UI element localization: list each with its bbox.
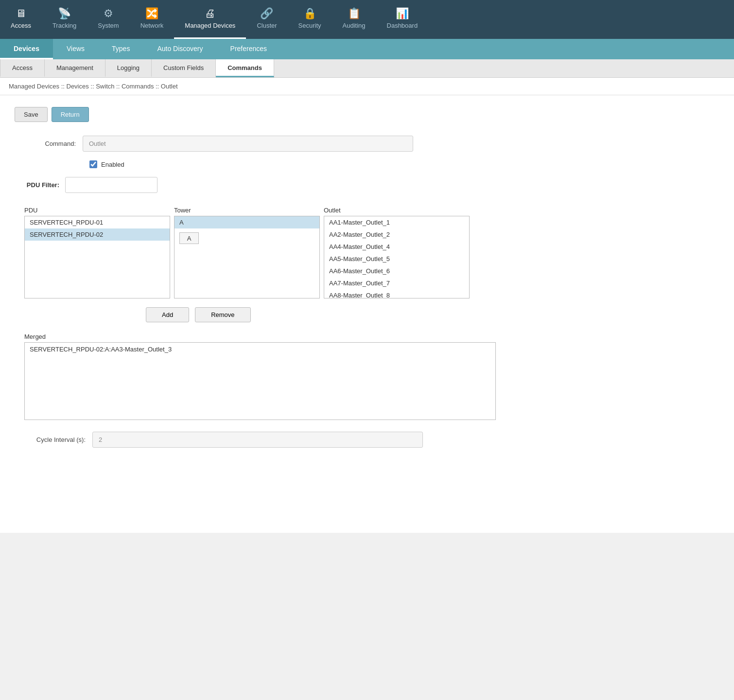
nav-system[interactable]: ⚙ System [87, 0, 129, 39]
command-input[interactable] [83, 136, 413, 152]
nav-dashboard[interactable]: 📊 Dashboard [376, 0, 429, 39]
third-nav-logging[interactable]: Logging [105, 59, 152, 77]
third-nav-commands[interactable]: Commands [216, 59, 274, 77]
merged-box[interactable]: SERVERTECH_RPDU-02:A:AA3-Master_Outlet_3 [24, 342, 496, 420]
list-item[interactable]: SERVERTECH_RPDU-01 [25, 216, 170, 228]
nav-tracking[interactable]: 📡 Tracking [42, 0, 87, 39]
breadcrumb: Managed Devices :: Devices :: Switch :: … [0, 78, 734, 95]
third-nav-access[interactable]: Access [0, 59, 45, 77]
tower-list[interactable]: A A [174, 216, 320, 298]
nav-system-label: System [98, 22, 119, 29]
nav-managed-devices-label: Managed Devices [185, 22, 235, 29]
nav-managed-devices[interactable]: 🖨 Managed Devices [174, 0, 246, 39]
nav-network-label: Network [140, 22, 164, 29]
nav-dashboard-label: Dashboard [387, 22, 418, 29]
list-item[interactable]: AA6-Master_Outlet_6 [324, 265, 469, 277]
merged-label: Merged [24, 333, 719, 340]
list-item[interactable]: AA5-Master_Outlet_5 [324, 253, 469, 265]
command-label: Command: [15, 140, 83, 147]
nav-auditing-label: Auditing [343, 22, 366, 29]
list-item[interactable]: AA1-Master_Outlet_1 [324, 216, 469, 228]
cycle-interval-row: Cycle Interval (s): [24, 432, 719, 448]
pdu-filter-label: PDU Filter: [17, 181, 65, 189]
second-nav-types[interactable]: Types [98, 39, 143, 59]
nav-cluster-label: Cluster [257, 22, 277, 29]
cycle-interval-label: Cycle Interval (s): [24, 436, 92, 443]
pdu-column-label: PDU [24, 207, 170, 214]
enabled-row: Enabled [89, 160, 719, 168]
second-nav-devices[interactable]: Devices [0, 39, 53, 59]
nav-auditing[interactable]: 📋 Auditing [332, 0, 376, 39]
top-navigation: 🖥 Access 📡 Tracking ⚙ System 🔀 Network 🖨… [0, 0, 734, 39]
merged-value: SERVERTECH_RPDU-02:A:AA3-Master_Outlet_3 [30, 346, 490, 353]
outlet-column-label: Outlet [324, 207, 470, 214]
tower-column-label: Tower [174, 207, 320, 214]
save-button[interactable]: Save [15, 107, 48, 122]
list-item[interactable]: AA8-Master_Outlet_8 [324, 289, 469, 298]
system-icon: ⚙ [104, 8, 113, 19]
managed-devices-icon: 🖨 [205, 8, 215, 19]
nav-security[interactable]: 🔒 Security [288, 0, 332, 39]
enabled-checkbox[interactable] [89, 160, 97, 168]
add-button[interactable]: Add [146, 307, 189, 322]
enabled-label: Enabled [101, 161, 124, 168]
lists-section: PDU SERVERTECH_RPDU-01 SERVERTECH_RPDU-0… [24, 207, 719, 298]
main-content: Save Return Command: Enabled PDU Filter:… [0, 95, 734, 533]
return-button[interactable]: Return [52, 107, 89, 122]
pdu-list[interactable]: SERVERTECH_RPDU-01 SERVERTECH_RPDU-02 [24, 216, 170, 298]
list-item[interactable]: AA2-Master_Outlet_2 [324, 228, 469, 241]
nav-security-label: Security [298, 22, 321, 29]
nav-access[interactable]: 🖥 Access [0, 0, 42, 39]
list-item[interactable]: SERVERTECH_RPDU-02 [25, 228, 170, 241]
second-nav-auto-discovery[interactable]: Auto Discovery [143, 39, 216, 59]
remove-button[interactable]: Remove [195, 307, 250, 322]
outlet-column: Outlet AA1-Master_Outlet_1 AA2-Master_Ou… [324, 207, 470, 298]
cluster-icon: 🔗 [260, 8, 273, 19]
network-icon: 🔀 [145, 8, 158, 19]
nav-access-label: Access [11, 22, 31, 29]
outlet-list[interactable]: AA1-Master_Outlet_1 AA2-Master_Outlet_2 … [324, 216, 470, 298]
pdu-filter-row: PDU Filter: [17, 177, 719, 193]
second-nav-preferences[interactable]: Preferences [217, 39, 280, 59]
nav-cluster[interactable]: 🔗 Cluster [246, 0, 287, 39]
pdu-filter-input[interactable] [65, 177, 157, 193]
nav-network[interactable]: 🔀 Network [130, 0, 175, 39]
tower-column: Tower A A [174, 207, 320, 298]
nav-tracking-label: Tracking [52, 22, 76, 29]
second-nav-views[interactable]: Views [53, 39, 98, 59]
list-item[interactable]: AA4-Master_Outlet_4 [324, 241, 469, 253]
access-icon: 🖥 [16, 8, 26, 19]
auditing-icon: 📋 [348, 8, 361, 19]
tracking-icon: 📡 [58, 8, 71, 19]
add-remove-row: Add Remove [146, 307, 719, 322]
pdu-column: PDU SERVERTECH_RPDU-01 SERVERTECH_RPDU-0… [24, 207, 170, 298]
third-nav-custom-fields[interactable]: Custom Fields [152, 59, 216, 77]
list-item[interactable]: AA7-Master_Outlet_7 [324, 277, 469, 289]
third-nav-management[interactable]: Management [45, 59, 105, 77]
second-navigation: Devices Views Types Auto Discovery Prefe… [0, 39, 734, 59]
dashboard-icon: 📊 [396, 8, 409, 19]
third-navigation: Access Management Logging Custom Fields … [0, 59, 734, 78]
action-button-row: Save Return [15, 107, 719, 122]
merged-section: Merged SERVERTECH_RPDU-02:A:AA3-Master_O… [24, 333, 719, 420]
cycle-interval-input[interactable] [92, 432, 423, 448]
list-item[interactable]: A [175, 216, 319, 228]
command-row: Command: [15, 136, 719, 152]
security-icon: 🔒 [303, 8, 316, 19]
